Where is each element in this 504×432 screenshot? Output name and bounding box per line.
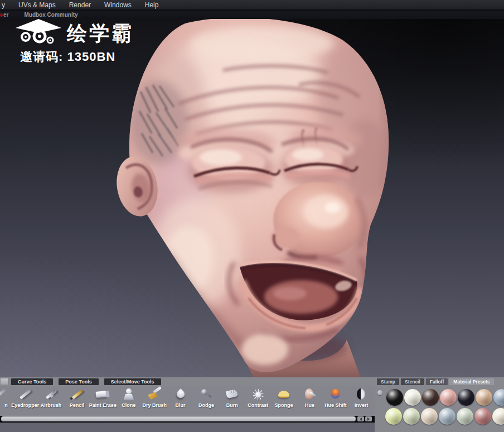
material-sphere[interactable]: [403, 408, 420, 425]
tab-mudbox-community[interactable]: Mudbox Community: [24, 12, 77, 18]
tool-hue-shift[interactable]: Hue Shift: [323, 386, 348, 416]
scroll-left-button[interactable]: [357, 416, 364, 421]
material-sphere[interactable]: [493, 389, 504, 406]
tool-partial[interactable]: n: [0, 386, 12, 416]
material-row-1: [386, 389, 504, 406]
tool-hue[interactable]: Hue: [297, 386, 322, 416]
material-sphere[interactable]: [422, 389, 439, 406]
tool-label: Blur: [176, 402, 186, 408]
material-sphere[interactable]: [474, 408, 491, 425]
water-drop-icon: [173, 388, 188, 401]
tool-airbrush[interactable]: Airbrush: [38, 386, 64, 416]
menu-bar: y UVs & Maps Render Windows Help: [0, 0, 504, 10]
tool-burn[interactable]: Burn: [219, 386, 245, 416]
tool-contrast[interactable]: Contrast: [245, 386, 271, 416]
menu-item-uvs-maps[interactable]: UVs & Maps: [18, 1, 56, 9]
watermark-invite-code: 邀请码: 1350BN: [20, 49, 134, 65]
tab-curve-tools[interactable]: Curve Tools: [11, 378, 53, 385]
tool-invert[interactable]: Invert: [348, 386, 374, 416]
eyedropper-icon: [18, 388, 32, 401]
tool-label: Pencil: [70, 402, 85, 408]
bottom-strip: [0, 423, 375, 432]
tab-pose-tools[interactable]: Pose Tools: [59, 378, 98, 385]
paint-erase-icon: [95, 388, 110, 401]
menu-item-partial[interactable]: y: [2, 1, 5, 9]
tool-clone[interactable]: Clone: [116, 386, 142, 416]
pencil-icon: [70, 388, 84, 401]
dodge-pin-icon: [199, 388, 214, 401]
tool-label: Hue Shift: [324, 402, 347, 408]
tool-dodge[interactable]: Dodge: [193, 386, 219, 416]
tool-label: Contrast: [248, 402, 268, 408]
partial-tool-icon: [0, 388, 12, 401]
paint-tool-tray: n Eyedropper Airbrush Pencil Paint Erase…: [0, 386, 375, 416]
tool-label: n: [4, 402, 8, 408]
tab-stamp[interactable]: Stamp: [377, 378, 399, 385]
panel-knob-icon[interactable]: [377, 390, 382, 395]
watermark: 绘学霸 邀请码: 1350BN: [14, 19, 134, 65]
tool-blur[interactable]: Blur: [167, 386, 193, 416]
tool-label: Dry Brush: [142, 402, 167, 408]
hand-icon: [225, 388, 239, 401]
material-sphere[interactable]: [440, 389, 457, 406]
tool-label: Eyedropper: [11, 402, 39, 408]
tool-sponge[interactable]: Sponge: [271, 386, 297, 416]
tool-label: Invert: [355, 402, 369, 408]
tab-partial[interactable]: er: [3, 12, 8, 18]
sculpt-head-model[interactable]: [0, 19, 504, 378]
tool-pencil[interactable]: Pencil: [64, 386, 90, 416]
secondary-bar: er Mudbox Community: [0, 11, 504, 19]
sculpt-viewport[interactable]: 绘学霸 邀请码: 1350BN: [0, 19, 504, 378]
tab-falloff[interactable]: Falloff: [426, 378, 448, 385]
material-sphere[interactable]: [439, 408, 455, 425]
tool-label: Burn: [226, 402, 238, 408]
tool-label: Clone: [122, 402, 135, 408]
tool-dry-brush[interactable]: Dry Brush: [142, 386, 167, 416]
material-sphere[interactable]: [386, 389, 403, 406]
tab-select-move-tools[interactable]: Select/Move Tools: [104, 378, 161, 385]
huixueba-logo-icon: [14, 19, 62, 45]
material-sphere[interactable]: [492, 408, 504, 425]
tool-tab-bar: Curve Tools Pose Tools Select/Move Tools: [0, 377, 375, 386]
right-tab-bar: Stamp Stencil Falloff Material Presets: [375, 377, 504, 386]
material-sphere[interactable]: [404, 389, 421, 406]
material-sphere[interactable]: [385, 408, 402, 425]
tool-label: Paint Erase: [89, 402, 117, 408]
dry-brush-icon: [147, 388, 162, 401]
red-indicator-dot: [0, 13, 3, 17]
tab-scroll-button[interactable]: [1, 378, 8, 385]
material-sphere[interactable]: [421, 408, 438, 425]
airbrush-icon: [44, 388, 59, 401]
invert-face-icon: [354, 388, 369, 401]
color-sphere-icon: [328, 388, 343, 401]
scroll-right-button[interactable]: [365, 416, 372, 421]
tool-label: Sponge: [275, 402, 293, 408]
face-brush-icon: [302, 388, 317, 401]
material-sphere[interactable]: [457, 408, 473, 425]
watermark-brand: 绘学霸: [67, 20, 134, 47]
tool-paint-erase[interactable]: Paint Erase: [90, 386, 115, 416]
sun-contrast-icon: [251, 388, 265, 401]
sponge-icon: [277, 388, 291, 401]
tool-label: Dodge: [198, 402, 214, 408]
menu-item-help[interactable]: Help: [145, 1, 159, 9]
material-sphere[interactable]: [458, 389, 474, 406]
mudbox-window: y UVs & Maps Render Windows Help er Mudb…: [0, 0, 504, 432]
tool-label: Hue: [305, 402, 314, 408]
menu-item-render[interactable]: Render: [69, 1, 91, 9]
tab-material-presets[interactable]: Material Presets: [449, 378, 493, 385]
tool-label: Airbrush: [41, 402, 62, 408]
tab-stencil[interactable]: Stencil: [401, 378, 424, 385]
clone-stamp-icon: [122, 388, 136, 401]
material-presets-panel: [375, 386, 504, 432]
menu-item-windows[interactable]: Windows: [104, 1, 132, 9]
material-row-2: [385, 408, 504, 425]
material-sphere[interactable]: [476, 389, 492, 406]
tray-scrollbar[interactable]: [1, 416, 356, 421]
tool-eyedropper[interactable]: Eyedropper: [12, 386, 38, 416]
